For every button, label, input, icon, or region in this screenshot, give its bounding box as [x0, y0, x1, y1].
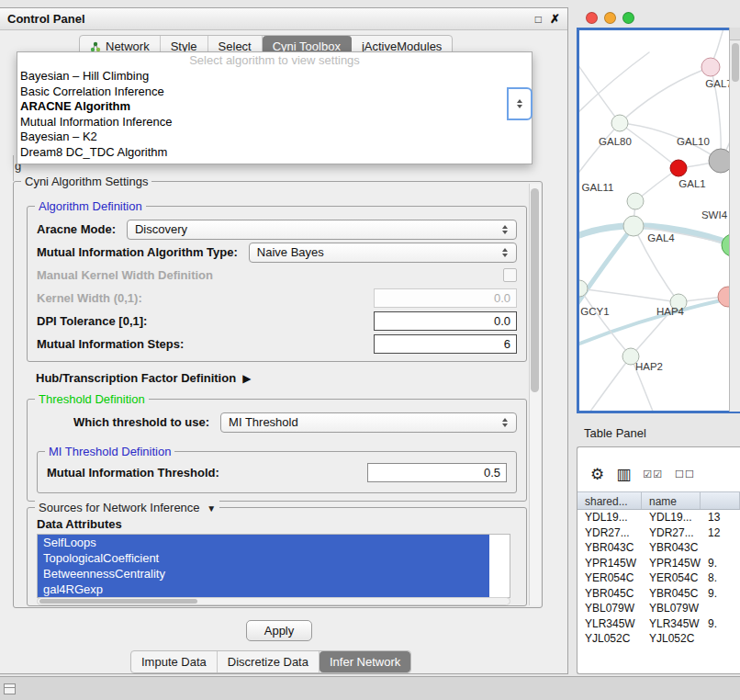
- table-cell[interactable]: 9.: [701, 557, 740, 570]
- scrollbar-thumb[interactable]: [39, 599, 197, 604]
- column-header[interactable]: name: [642, 492, 701, 509]
- zoom-traffic-light[interactable]: [622, 12, 634, 24]
- table-cell[interactable]: YDR27...: [642, 526, 701, 539]
- table-cell[interactable]: YBR045C: [577, 587, 642, 600]
- close-traffic-light[interactable]: [586, 12, 598, 24]
- table-cell[interactable]: 9.: [701, 587, 740, 600]
- scrollbar-thumb[interactable]: [531, 188, 539, 392]
- network-node[interactable]: [701, 58, 720, 76]
- table-cell[interactable]: YBR043C: [642, 541, 701, 554]
- table-row[interactable]: YDL19...YDL19...13: [577, 510, 740, 525]
- network-edge[interactable]: [579, 226, 633, 317]
- algorithm-option[interactable]: Bayesian – Hill Climbing: [17, 69, 532, 85]
- table-cell[interactable]: YBL079W: [642, 602, 701, 615]
- mi-type-select[interactable]: Naive Bayes: [249, 243, 517, 263]
- network-vertical-scrollbar[interactable]: [729, 28, 740, 412]
- control-panel-titlebar: Control Panel □ ✗: [0, 8, 567, 30]
- algorithm-option[interactable]: Basic Correlation Inference: [17, 85, 532, 100]
- data-attribute-item[interactable]: SelfLoops: [38, 535, 489, 550]
- algorithm-option[interactable]: Mutual Information Inference: [17, 115, 532, 130]
- network-edge[interactable]: [579, 288, 631, 356]
- column-chooser-icon[interactable]: ▥: [616, 467, 631, 482]
- table-cell[interactable]: YDR27...: [577, 526, 642, 539]
- scrollbar-arrow-box[interactable]: [730, 28, 740, 40]
- dock-panel-strip: [0, 676, 740, 700]
- scrollbar-thumb[interactable]: [732, 43, 739, 82]
- table-cell[interactable]: 13: [701, 511, 740, 524]
- network-node[interactable]: [611, 115, 628, 131]
- list-horizontal-scrollbar[interactable]: [37, 597, 510, 605]
- table-cell[interactable]: YDL19...: [642, 511, 701, 524]
- column-header[interactable]: shared...: [577, 492, 642, 509]
- mi-steps-input[interactable]: [374, 334, 517, 354]
- gear-icon[interactable]: ⚙: [590, 467, 604, 482]
- table-cell[interactable]: YER054C: [642, 571, 701, 584]
- bottom-tab-impute-data[interactable]: Impute Data: [131, 651, 218, 672]
- table-cell[interactable]: 9.: [701, 617, 740, 630]
- manual-kernel-row: Manual Kernel Width Definition: [28, 264, 526, 287]
- table-cell[interactable]: YLR345W: [642, 617, 701, 630]
- settings-vertical-scrollbar[interactable]: [529, 184, 541, 605]
- sources-title-label: Sources for Network Inference: [39, 501, 200, 514]
- network-edge[interactable]: [620, 67, 711, 123]
- data-attribute-item[interactable]: gal4RGexp: [38, 581, 489, 597]
- algorithm-option[interactable]: Bayesian – K2: [17, 130, 532, 145]
- dpi-tolerance-input[interactable]: [374, 311, 517, 331]
- table-cell[interactable]: YLR345W: [577, 617, 642, 630]
- network-edge[interactable]: [579, 52, 649, 119]
- select-all-icon[interactable]: ☑☑: [643, 469, 663, 480]
- network-node[interactable]: [670, 160, 687, 176]
- table-row[interactable]: YJL052CYJL052C: [577, 631, 740, 647]
- minimized-panel-icon[interactable]: [4, 683, 16, 694]
- table-cell[interactable]: YPR145W: [577, 557, 642, 570]
- table-cell[interactable]: YDL19...: [577, 511, 642, 524]
- column-header[interactable]: [701, 492, 740, 509]
- table-cell[interactable]: YBR045C: [642, 587, 701, 600]
- sources-title[interactable]: Sources for Network Inference ▼: [35, 501, 219, 514]
- manual-kernel-label: Manual Kernel Width Definition: [37, 268, 213, 282]
- apply-button[interactable]: Apply: [246, 620, 312, 641]
- data-attributes-list[interactable]: SelfLoopsTopologicalCoefficientBetweenne…: [37, 534, 510, 598]
- algorithm-combobox-fragment[interactable]: [507, 87, 533, 120]
- algorithm-option[interactable]: ARACNE Algorithm: [17, 99, 532, 115]
- which-threshold-select[interactable]: MI Threshold: [220, 412, 517, 433]
- table-cell[interactable]: YBR043C: [577, 541, 642, 554]
- group-border-fragment: [13, 155, 14, 181]
- mi-threshold-input[interactable]: [367, 463, 507, 482]
- algorithm-option[interactable]: Dream8 DC_TDC Algorithm: [17, 145, 532, 161]
- minimize-traffic-light[interactable]: [604, 12, 616, 24]
- data-attribute-item[interactable]: TopologicalCoefficient: [38, 550, 489, 566]
- network-edge[interactable]: [579, 288, 678, 302]
- data-attributes-label: Data Attributes: [37, 517, 122, 531]
- table-body: YDL19...YDL19...13YDR27...YDR27...12YBR0…: [577, 510, 740, 648]
- table-cell[interactable]: YER054C: [577, 571, 642, 584]
- network-edge[interactable]: [583, 356, 631, 411]
- bottom-tab-infer-network[interactable]: Infer Network: [320, 651, 410, 672]
- aracne-mode-select[interactable]: Discovery: [127, 220, 517, 240]
- table-row[interactable]: YBL079WYBL079W: [577, 601, 740, 616]
- network-edge[interactable]: [579, 123, 620, 179]
- table-row[interactable]: YPR145WYPR145W9.: [577, 556, 740, 571]
- table-row[interactable]: YLR345WYLR345W9.: [577, 616, 740, 632]
- data-attribute-item[interactable]: BetweennessCentrality: [38, 566, 489, 581]
- table-row[interactable]: YDR27...YDR27...12: [577, 525, 740, 541]
- float-window-icon[interactable]: □: [535, 14, 542, 25]
- table-row[interactable]: YBR043CYBR043C: [577, 540, 740, 556]
- table-cell[interactable]: YBL079W: [577, 602, 642, 615]
- close-icon[interactable]: ✗: [550, 13, 560, 25]
- bottom-tab-discretize-data[interactable]: Discretize Data: [218, 651, 320, 672]
- table-cell[interactable]: 8.: [701, 571, 740, 584]
- table-cell[interactable]: YJL052C: [642, 632, 701, 645]
- hub-definition-toggle[interactable]: Hub/Transcription Factor Definition ▶: [36, 371, 251, 385]
- which-threshold-value: MI Threshold: [229, 415, 298, 429]
- network-canvas[interactable]: GAL7GAL80GAL10GAL11GAL1SWI4GAL4GCY1HAP4Y…: [577, 28, 740, 413]
- deselect-all-icon[interactable]: ☐☐: [675, 469, 695, 480]
- mi-type-value: Naive Bayes: [257, 245, 324, 259]
- table-cell[interactable]: 12: [701, 526, 740, 539]
- table-row[interactable]: YBR045CYBR045C9.: [577, 586, 740, 602]
- table-cell[interactable]: YPR145W: [642, 557, 701, 570]
- table-cell[interactable]: YJL052C: [577, 632, 642, 645]
- network-node[interactable]: [623, 216, 644, 236]
- table-row[interactable]: YER054CYER054C8.: [577, 570, 740, 586]
- network-node[interactable]: [627, 193, 644, 209]
